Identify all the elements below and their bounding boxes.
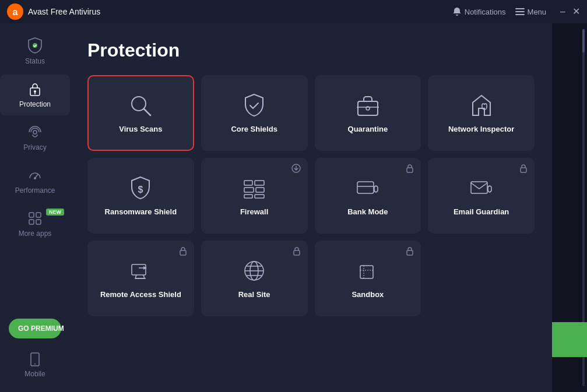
- avast-logo: a: [7, 3, 23, 20]
- svg-rect-30: [255, 195, 264, 198]
- svg-point-9: [33, 130, 37, 134]
- svg-line-19: [144, 109, 150, 115]
- tile-virus-scans-label: Virus Scans: [119, 125, 162, 135]
- svg-rect-32: [357, 182, 374, 193]
- sidebar-item-protection[interactable]: Protection: [0, 75, 70, 115]
- new-badge: NEW: [46, 209, 64, 216]
- sidebar: Status Protection Privacy: [0, 23, 70, 392]
- svg-text:$: $: [138, 185, 143, 195]
- tile-virus-scans[interactable]: Virus Scans: [87, 75, 194, 151]
- sidebar-status-label: Status: [25, 57, 45, 65]
- svg-rect-15: [36, 220, 41, 224]
- sidebar-mobile-label: Mobile: [24, 370, 45, 378]
- svg-rect-34: [521, 168, 526, 172]
- notifications-label: Notifications: [465, 8, 506, 16]
- tile-real-site[interactable]: Real Site: [201, 241, 308, 316]
- svg-point-5: [33, 43, 37, 48]
- go-premium-button[interactable]: GO PREMIUM: [9, 319, 61, 338]
- app-title: Avast Free Antivirus: [28, 7, 100, 16]
- tile-network-inspector[interactable]: Network Inspector: [428, 75, 535, 151]
- download-icon: [291, 164, 301, 173]
- svg-text:a: a: [13, 7, 18, 17]
- lock-icon-realsite: [293, 246, 301, 256]
- title-bar: a Avast Free Antivirus Notifications Men…: [0, 0, 587, 23]
- notifications-button[interactable]: Notifications: [452, 7, 506, 16]
- title-bar-right: Notifications Menu – ✕: [452, 7, 580, 16]
- sidebar-performance-label: Performance: [15, 186, 55, 195]
- lock-icon-bank: [406, 164, 414, 173]
- tile-email-guardian-label: Email Guardian: [454, 207, 509, 217]
- svg-rect-14: [29, 220, 34, 224]
- svg-rect-47: [360, 266, 373, 278]
- menu-button[interactable]: Menu: [515, 8, 547, 16]
- mobile-icon: [29, 352, 41, 366]
- sidebar-item-performance[interactable]: Performance: [0, 161, 70, 202]
- svg-rect-12: [29, 213, 34, 217]
- tile-email-guardian[interactable]: Email Guardian: [428, 158, 535, 234]
- content-area: Protection Virus Scans Core Shields: [70, 23, 552, 392]
- dollar-shield-icon: $: [127, 175, 154, 202]
- tile-network-inspector-label: Network Inspector: [448, 125, 514, 135]
- lock-icon-email: [519, 164, 528, 173]
- sidebar-item-more-apps[interactable]: NEW More apps: [0, 204, 70, 245]
- tile-real-site-label: Real Site: [238, 290, 270, 300]
- shield-check-icon: [241, 92, 268, 119]
- svg-rect-26: [255, 181, 264, 185]
- svg-rect-36: [180, 250, 186, 255]
- tiles-grid: Virus Scans Core Shields Quarantine: [87, 75, 535, 316]
- tile-ransomware-shield[interactable]: $ Ransomware Shield: [87, 158, 194, 234]
- svg-point-7: [34, 90, 36, 93]
- tile-quarantine-label: Quarantine: [348, 125, 388, 135]
- tile-firewall-label: Firewall: [240, 207, 268, 217]
- scrollbar-thumb[interactable]: [582, 29, 585, 52]
- svg-rect-27: [244, 188, 254, 192]
- menu-icon: [515, 8, 525, 15]
- bell-icon: [452, 7, 462, 16]
- box-icon: [354, 257, 381, 284]
- window-controls: – ✕: [560, 7, 580, 16]
- sidebar-privacy-label: Privacy: [23, 143, 46, 151]
- shield-icon: [27, 37, 43, 54]
- svg-rect-37: [132, 264, 146, 275]
- svg-rect-29: [244, 195, 252, 198]
- lock-icon-remote: [179, 246, 187, 256]
- menu-label: Menu: [528, 8, 547, 16]
- svg-rect-35: [471, 182, 487, 193]
- tile-firewall[interactable]: Firewall: [201, 158, 308, 234]
- gauge-icon: [27, 168, 43, 183]
- svg-rect-20: [358, 101, 378, 115]
- svg-rect-46: [407, 250, 413, 255]
- main-layout: Status Protection Privacy: [0, 23, 587, 392]
- sidebar-item-mobile[interactable]: Mobile: [20, 345, 50, 385]
- page-title: Protection: [87, 40, 535, 61]
- svg-rect-4: [515, 14, 525, 15]
- svg-point-17: [34, 363, 36, 365]
- bricks-icon: [241, 175, 268, 202]
- minimize-button[interactable]: –: [560, 7, 565, 16]
- grid-icon: [27, 211, 43, 226]
- svg-rect-13: [36, 213, 41, 217]
- svg-point-11: [34, 177, 36, 179]
- remote-icon: [127, 257, 154, 284]
- tile-quarantine[interactable]: Quarantine: [315, 75, 421, 151]
- sidebar-item-privacy[interactable]: Privacy: [0, 118, 70, 158]
- lock-icon-sandbox: [406, 246, 414, 256]
- sidebar-item-status[interactable]: Status: [0, 30, 70, 72]
- search-icon: [127, 92, 154, 119]
- tile-core-shields-label: Core Shields: [231, 125, 277, 135]
- tile-core-shields[interactable]: Core Shields: [201, 75, 308, 151]
- tile-sandbox[interactable]: Sandbox: [315, 241, 421, 316]
- svg-rect-2: [515, 8, 525, 9]
- svg-rect-31: [407, 168, 413, 172]
- right-panel-accent: [552, 322, 587, 357]
- lock-icon: [28, 82, 42, 97]
- email-shield-icon: [468, 175, 495, 202]
- tile-remote-access-shield[interactable]: Remote Access Shield: [87, 241, 194, 316]
- tile-bank-mode[interactable]: Bank Mode: [315, 158, 421, 234]
- tile-bank-mode-label: Bank Mode: [347, 207, 388, 217]
- close-button[interactable]: ✕: [572, 7, 580, 16]
- svg-rect-28: [256, 188, 264, 192]
- sidebar-protection-label: Protection: [19, 100, 51, 108]
- sidebar-more-apps-label: More apps: [19, 229, 52, 238]
- right-panel: [552, 23, 587, 392]
